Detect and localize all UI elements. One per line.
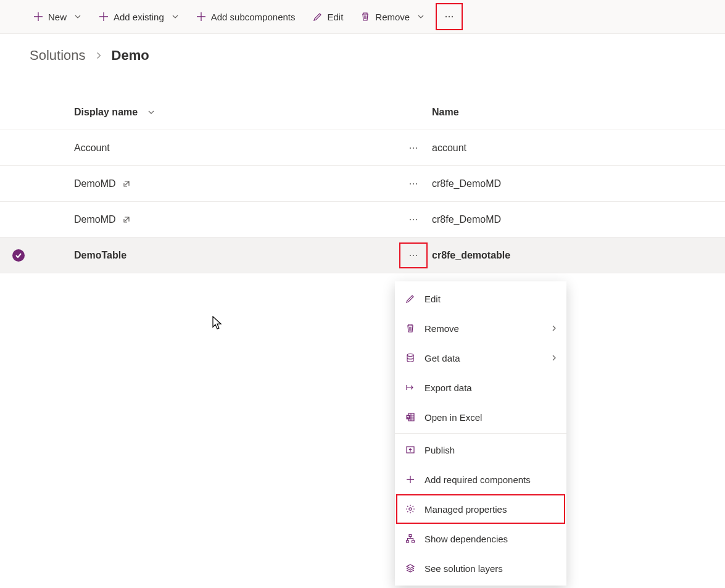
open-external-icon[interactable] bbox=[122, 180, 131, 188]
breadcrumb: Solutions Demo bbox=[0, 34, 725, 70]
more-icon bbox=[408, 214, 419, 225]
svg-point-1 bbox=[449, 16, 450, 17]
new-button[interactable]: New bbox=[27, 8, 88, 26]
plus-icon bbox=[33, 12, 43, 22]
chevron-down-icon bbox=[172, 13, 179, 20]
row-name: account bbox=[432, 143, 725, 154]
remove-button[interactable]: Remove bbox=[354, 8, 431, 26]
command-bar: New Add existing Add subcomponents Edit … bbox=[0, 0, 725, 34]
edit-label: Edit bbox=[328, 12, 344, 22]
breadcrumb-root[interactable]: Solutions bbox=[30, 48, 86, 64]
svg-point-4 bbox=[413, 147, 414, 148]
checkmark-icon[interactable] bbox=[12, 249, 25, 262]
chevron-down-icon bbox=[417, 13, 425, 20]
row-name: cr8fe_DemoMD bbox=[432, 214, 725, 225]
table-header: Display name Name bbox=[0, 94, 725, 130]
chevron-down-icon bbox=[74, 13, 81, 20]
svg-point-13 bbox=[413, 254, 414, 255]
svg-point-5 bbox=[416, 147, 417, 148]
remove-label: Remove bbox=[375, 12, 410, 22]
more-icon bbox=[408, 178, 419, 189]
svg-point-7 bbox=[413, 183, 414, 184]
add-existing-button[interactable]: Add existing bbox=[93, 8, 185, 26]
row-display-name: DemoMD bbox=[74, 178, 116, 189]
add-subcomponents-button[interactable]: Add subcomponents bbox=[190, 8, 302, 26]
row-more-button[interactable] bbox=[405, 212, 421, 228]
svg-point-3 bbox=[410, 147, 411, 148]
more-icon bbox=[408, 250, 419, 261]
svg-point-8 bbox=[416, 183, 417, 184]
plus-icon bbox=[196, 12, 206, 22]
more-icon bbox=[444, 11, 455, 22]
more-icon bbox=[408, 143, 419, 154]
svg-point-14 bbox=[416, 254, 417, 255]
breadcrumb-current: Demo bbox=[112, 48, 149, 64]
svg-point-11 bbox=[416, 218, 417, 220]
chevron-down-icon bbox=[147, 109, 155, 116]
edit-button[interactable]: Edit bbox=[307, 8, 350, 26]
svg-point-9 bbox=[410, 218, 411, 220]
svg-point-0 bbox=[445, 16, 447, 17]
column-header-display-name[interactable]: Display name bbox=[74, 107, 395, 118]
row-display-name: Account bbox=[74, 143, 110, 154]
svg-point-6 bbox=[410, 183, 411, 184]
row-more-button[interactable] bbox=[405, 176, 421, 192]
chevron-right-icon bbox=[94, 51, 103, 60]
svg-point-2 bbox=[452, 16, 453, 17]
row-more-button[interactable] bbox=[405, 140, 421, 156]
overflow-menu-button[interactable] bbox=[436, 3, 463, 30]
add-subcomponents-label: Add subcomponents bbox=[211, 12, 296, 22]
column-header-name[interactable]: Name bbox=[432, 107, 725, 118]
add-existing-label: Add existing bbox=[114, 12, 164, 22]
table-row[interactable]: DemoMD cr8fe_DemoMD bbox=[0, 166, 725, 202]
solution-components-table: Display name Name Account account DemoMD bbox=[0, 94, 725, 273]
row-display-name: DemoMD bbox=[74, 214, 116, 225]
row-display-name: DemoTable bbox=[74, 250, 126, 261]
table-row[interactable]: Account account bbox=[0, 130, 725, 166]
new-label: New bbox=[48, 12, 67, 22]
trash-icon bbox=[360, 12, 370, 22]
svg-point-10 bbox=[413, 218, 414, 220]
row-name: cr8fe_demotable bbox=[432, 250, 725, 261]
table-row[interactable]: DemoTable cr8fe_demotable bbox=[0, 238, 725, 273]
plus-icon bbox=[99, 12, 109, 22]
row-more-button[interactable] bbox=[399, 242, 428, 268]
pencil-icon bbox=[313, 12, 323, 22]
row-name: cr8fe_DemoMD bbox=[432, 178, 725, 189]
open-external-icon[interactable] bbox=[122, 215, 131, 224]
svg-point-12 bbox=[410, 254, 411, 255]
table-row[interactable]: DemoMD cr8fe_DemoMD bbox=[0, 202, 725, 238]
